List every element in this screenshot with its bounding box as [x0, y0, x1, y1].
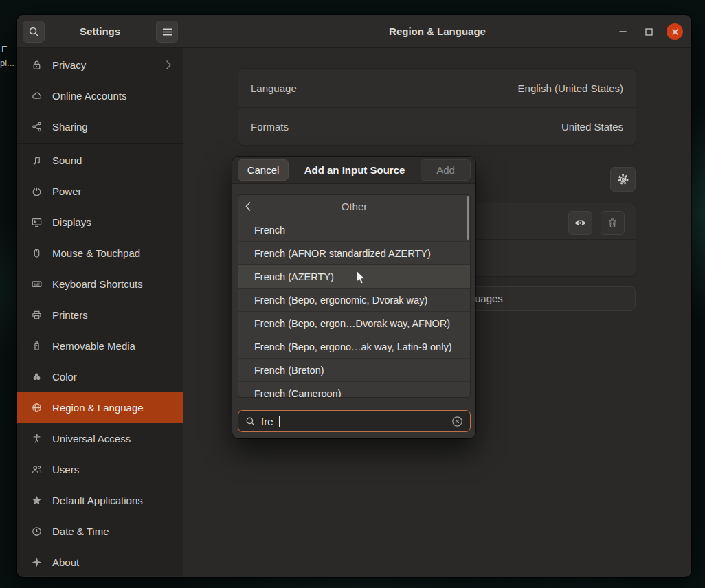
sidebar-item-label: Universal Access	[52, 433, 131, 444]
search-button[interactable]	[23, 21, 45, 43]
sidebar-item-keyboard-shortcuts[interactable]: Keyboard Shortcuts	[17, 269, 183, 299]
dialog-title: Add an Input Source	[289, 164, 421, 176]
accessibility-icon	[31, 433, 43, 444]
music-note-icon	[31, 155, 43, 166]
sparkle-icon	[31, 556, 43, 568]
mouse-cursor	[355, 270, 369, 285]
language-formats-card: Language English (United States) Formats…	[238, 68, 636, 146]
sidebar-item-default-applications[interactable]: Default Applications	[17, 485, 183, 516]
desktop-icon-label-fragment: pl...	[0, 58, 14, 69]
list-item-hovered[interactable]: French (AZERTY)	[238, 264, 470, 288]
display-icon	[31, 216, 43, 228]
list-item[interactable]: French (Bepo, ergon…Dvorak way, AFNOR)	[238, 311, 470, 335]
list-item[interactable]: French (Cameroon)	[238, 381, 470, 398]
language-label: Language	[251, 82, 297, 94]
sidebar-item-sound[interactable]: Sound	[17, 145, 183, 176]
trash-icon	[607, 217, 618, 229]
sidebar-item-removable-media[interactable]: Removable Media	[17, 330, 183, 361]
list-header-row[interactable]: Other	[238, 195, 470, 218]
page-title: Region & Language	[389, 25, 486, 37]
list-scrollbar[interactable]	[467, 196, 469, 240]
gear-icon	[616, 172, 630, 186]
close-icon	[671, 28, 679, 36]
sidebar-item-online-accounts[interactable]: Online Accounts	[17, 80, 183, 111]
search-icon	[245, 416, 256, 427]
list-item[interactable]: French	[238, 218, 470, 241]
sidebar-item-label: Color	[52, 371, 77, 383]
list-item[interactable]: French (Breton)	[238, 358, 470, 381]
sidebar-item-power[interactable]: Power	[17, 176, 183, 207]
sidebar: Privacy Online Accounts Sharing Sound	[17, 48, 183, 576]
lock-icon	[31, 59, 43, 71]
add-input-source-dialog: Cancel Add an Input Source Add Other Fre…	[232, 157, 475, 438]
input-sources-options-button[interactable]	[610, 167, 636, 192]
remove-source-button[interactable]	[601, 211, 625, 235]
language-value: English (United States)	[518, 82, 623, 94]
sidebar-item-about[interactable]: About	[17, 547, 183, 577]
menu-button[interactable]	[156, 21, 178, 43]
star-icon	[31, 495, 43, 506]
clear-search-button[interactable]	[451, 416, 463, 427]
search-icon	[28, 26, 40, 38]
language-row[interactable]: Language English (United States)	[238, 69, 636, 107]
sidebar-item-color[interactable]: Color	[17, 361, 183, 392]
formats-value: United States	[561, 121, 623, 133]
formats-row[interactable]: Formats United States	[238, 107, 636, 146]
sidebar-item-label: Date & Time	[52, 525, 109, 537]
hamburger-icon	[162, 27, 172, 36]
power-icon	[31, 185, 43, 197]
add-button[interactable]: Add	[421, 159, 471, 181]
text-caret	[279, 416, 280, 427]
maximize-icon	[645, 28, 653, 36]
sidebar-item-label: Displays	[52, 216, 91, 228]
chevron-right-icon	[166, 60, 172, 70]
search-input-value: fre	[261, 416, 273, 427]
sidebar-item-label: Keyboard Shortcuts	[52, 278, 143, 290]
sidebar-item-label: Removable Media	[52, 340, 135, 352]
sidebar-item-label: About	[52, 556, 79, 568]
sidebar-item-region-language[interactable]: Region & Language	[17, 392, 183, 423]
sidebar-item-users[interactable]: Users	[17, 454, 183, 485]
sidebar-item-label: Sound	[52, 155, 82, 166]
sidebar-item-date-time[interactable]: Date & Time	[17, 516, 183, 547]
sidebar-item-label: Sharing	[52, 121, 88, 133]
desktop: E pl... Settings Region & Language	[0, 0, 705, 588]
window-controls	[614, 15, 683, 48]
sidebar-item-printers[interactable]: Printers	[17, 299, 183, 330]
page-headerbar: Region & Language	[183, 15, 691, 47]
share-icon	[31, 121, 43, 133]
globe-icon	[31, 402, 43, 414]
eye-icon	[574, 216, 587, 229]
headerbar: Settings Region & Language	[17, 15, 691, 48]
chevron-left-icon[interactable]	[245, 195, 251, 218]
sidebar-item-label: Printers	[52, 309, 88, 321]
sidebar-item-label: Privacy	[52, 59, 86, 71]
cancel-button[interactable]: Cancel	[238, 159, 289, 181]
sidebar-item-mouse-touchpad[interactable]: Mouse & Touchpad	[17, 238, 183, 269]
list-item[interactable]: French (Bepo, ergono…ak way, Latin-9 onl…	[238, 335, 470, 358]
desktop-icon-label-fragment: E	[1, 44, 8, 55]
manage-languages-visible-text: uages	[475, 287, 503, 310]
minimize-button[interactable]	[614, 23, 631, 40]
formats-label: Formats	[251, 121, 289, 133]
sidebar-item-label: Mouse & Touchpad	[52, 247, 140, 259]
list-item[interactable]: French (Bepo, ergonomic, Dvorak way)	[238, 288, 470, 311]
sidebar-item-displays[interactable]: Displays	[17, 207, 183, 238]
dialog-search-input[interactable]: fre	[238, 410, 471, 432]
sidebar-item-privacy[interactable]: Privacy	[17, 49, 183, 80]
sidebar-separator	[17, 143, 183, 144]
sidebar-item-label: Default Applications	[52, 495, 143, 506]
clock-icon	[31, 525, 43, 537]
usb-drive-icon	[31, 340, 43, 352]
minimize-icon	[619, 30, 627, 33]
preview-layout-button[interactable]	[568, 211, 592, 235]
users-icon	[31, 464, 43, 475]
sidebar-item-sharing[interactable]: Sharing	[17, 111, 183, 142]
maximize-button[interactable]	[640, 23, 657, 40]
color-circles-icon	[31, 371, 43, 383]
list-header-label: Other	[342, 201, 368, 212]
close-button[interactable]	[667, 23, 683, 40]
sidebar-item-universal-access[interactable]: Universal Access	[17, 423, 183, 454]
list-item[interactable]: French (AFNOR standardized AZERTY)	[238, 241, 470, 264]
mouse-icon	[31, 247, 43, 259]
